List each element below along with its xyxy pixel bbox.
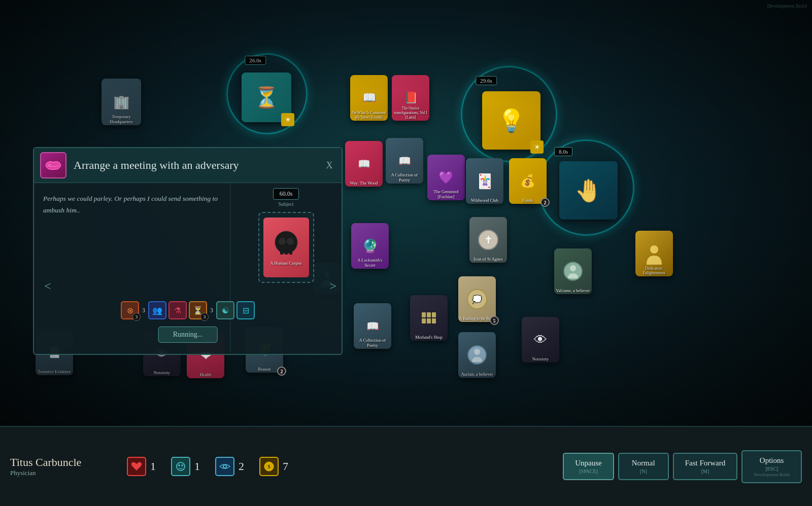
stat-coin-icon: $ — [259, 457, 279, 476]
svg-rect-10 — [289, 250, 292, 255]
card-notoriety2[interactable]: 👁 Notoriety — [522, 317, 559, 363]
svg-point-11 — [177, 462, 185, 471]
dialog-title: Arrange a meeting with an adversary — [74, 159, 323, 172]
card-locksmith[interactable]: 🔮 A Locksmith's Secret — [351, 223, 389, 269]
stat-mind-value: 1 — [194, 460, 200, 473]
dialog-slots: 60.0s Subject A Human — [230, 183, 342, 352]
svg-point-2 — [650, 245, 658, 254]
dev-build-label: Development Build — [754, 472, 790, 477]
dev-badge: Development Build — [767, 3, 807, 9]
chip-4-label: 3 — [210, 307, 213, 314]
fast-forward-button[interactable]: Fast Forward [M] — [673, 453, 738, 480]
card-dedication[interactable]: Dedication: Enlightenment — [635, 231, 673, 276]
card-collection-poetry2[interactable]: 📖 A Collection of Poetry — [354, 303, 391, 349]
chip-2[interactable]: 👥 — [148, 301, 166, 319]
options-label: Options — [754, 456, 790, 465]
stat-coin-group: $ 7 — [259, 457, 288, 476]
stat-mind-icon — [171, 457, 190, 476]
player-name: Titus Carbuncle — [10, 456, 112, 469]
player-info: Titus Carbuncle Physician — [10, 456, 112, 477]
unpause-shortcut: [SPACE] — [575, 468, 602, 474]
chip-6[interactable]: ⊟ — [236, 301, 255, 319]
stat-health-group: 1 — [127, 457, 156, 476]
svg-point-12 — [178, 464, 180, 466]
chip-4[interactable]: ⏳ 3 — [189, 301, 207, 319]
card-hourglass-action[interactable]: ⏳ ☀ — [242, 73, 291, 122]
subject-slot[interactable]: A Human Corpse — [258, 212, 314, 283]
dialog-icon — [40, 152, 66, 178]
svg-rect-9 — [285, 250, 288, 255]
card-thought-action[interactable]: 💡 ☀ — [482, 91, 540, 150]
timer-2: 29.6s — [476, 76, 497, 85]
fast-forward-label: Fast Forward — [685, 459, 726, 467]
options-button[interactable]: Options [ESC] Development Build — [741, 450, 802, 483]
card-valciane[interactable]: Valciane, a believer — [554, 248, 592, 294]
dialog-nav-left[interactable]: < — [44, 279, 51, 293]
card-morlands-shop[interactable]: Morland's Shop — [410, 295, 448, 341]
stat-lore-group: 2 — [215, 457, 244, 476]
svg-point-6 — [279, 238, 286, 245]
status-bar: Titus Carbuncle Physician 1 1 — [0, 426, 812, 506]
dialog-nav-right[interactable]: > — [329, 279, 336, 293]
card-temp-hq[interactable]: 🏢 Temporary Headquarters — [101, 79, 141, 125]
svg-point-4 — [48, 164, 51, 166]
dialog-timer: 60.0s — [273, 188, 299, 200]
slot-label: Subject — [279, 201, 294, 207]
unpause-button[interactable]: Unpause [SPACE] — [563, 453, 614, 480]
chip-1[interactable]: ⊗ 3 — [121, 301, 139, 319]
options-shortcut: [ESC] — [754, 466, 790, 472]
card-auclair[interactable]: Auclair, a believer — [458, 332, 496, 378]
fast-forward-shortcut: [M] — [685, 468, 726, 474]
stat-coin-value: 7 — [283, 460, 288, 473]
stat-health-value: 1 — [150, 460, 156, 473]
card-collection-poetry1[interactable]: 📖 A Collection of Poetry — [386, 138, 423, 184]
timer-1: 26.0s — [245, 56, 266, 65]
stat-heart-icon — [127, 457, 146, 476]
svg-point-15 — [224, 465, 226, 467]
dialog-icons-row: ⊗ 3 3 👥 ⚗ ⏳ 3 3 ☯ ⊟ — [121, 301, 255, 319]
chip-3[interactable]: ⚗ — [168, 301, 187, 319]
stat-mind-group: 1 — [171, 457, 200, 476]
player-class: Physician — [10, 469, 112, 477]
chip-5[interactable]: ☯ — [216, 301, 234, 319]
card-hand-action[interactable]: 🤚 — [559, 161, 618, 220]
game-board: Development Build 26.0s 29.6s 8.0s 🏢 Tem… — [0, 0, 812, 426]
normal-label: Normal — [630, 459, 657, 467]
dialog-panel: Arrange a meeting with an adversary X Pe… — [33, 147, 343, 355]
svg-text:$: $ — [268, 464, 270, 469]
chip-1-label: 3 — [142, 307, 145, 314]
subject-card: A Human Corpse — [263, 218, 309, 277]
svg-point-13 — [181, 464, 183, 466]
dialog-close-button[interactable]: X — [323, 159, 335, 171]
card-icon-agnes[interactable]: ✝ Icon of St Agnes — [469, 217, 507, 263]
card-wildwood-club[interactable]: 🃏 Wildwood Club — [466, 158, 503, 204]
card-book-oneiro[interactable]: 📕 The Oneiro transfigurations, Vol I [La… — [392, 75, 429, 121]
svg-rect-8 — [280, 250, 283, 255]
normal-button[interactable]: Normal [N] — [618, 453, 669, 480]
normal-shortcut: [N] — [630, 468, 657, 474]
timer-3: 8.0s — [554, 147, 572, 156]
card-funds[interactable]: 💰 Funds 2 — [509, 158, 547, 204]
svg-point-1 — [570, 265, 576, 271]
card-book-silver[interactable]: 📖 On What Is Contained By Silver [Greek] — [350, 75, 388, 121]
running-button[interactable]: Running... — [158, 327, 218, 343]
stat-lore-value: 2 — [239, 460, 244, 473]
dialog-header: Arrange a meeting with an adversary X — [34, 148, 342, 183]
card-geminted[interactable]: 💜 The Geminted [Fuchine] — [427, 155, 465, 200]
stat-eye-icon — [215, 457, 234, 476]
svg-point-0 — [474, 349, 480, 355]
svg-point-5 — [275, 231, 297, 254]
card-way-wood[interactable]: 📖 Way: The Wood — [345, 141, 383, 187]
unpause-label: Unpause — [575, 459, 602, 467]
svg-point-7 — [287, 238, 294, 245]
card-buzzing-brain[interactable]: 💭 A Buzzing In the Bra... 5 — [458, 276, 496, 322]
